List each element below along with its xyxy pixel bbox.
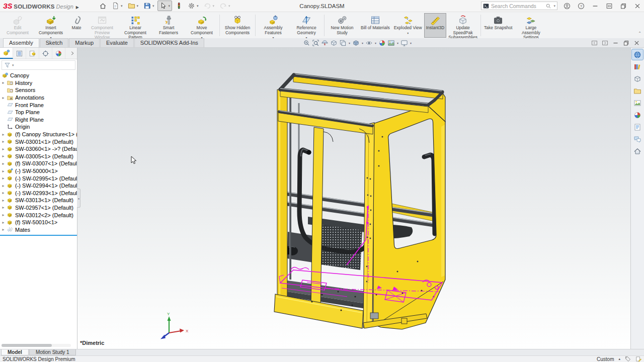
panel-tab-featuremanager-design-tree[interactable] [0, 48, 13, 59]
dropdown-caret-icon[interactable]: ▾ [375, 41, 376, 45]
dropdown-caret-icon[interactable]: ▾ [228, 4, 230, 8]
tree-item[interactable]: ▸History [0, 79, 77, 87]
3d-model-canopy[interactable]: Y X [77, 48, 630, 349]
tree-item[interactable]: ▸(-) SW-02994<1> (Default) [0, 182, 77, 190]
units-caret-icon[interactable]: ▴ [618, 357, 620, 361]
tree-item[interactable]: ▸SW-03012<2> (Default) [0, 211, 77, 219]
close-document-button[interactable] [633, 40, 640, 46]
panel-splitter-handle[interactable]: ◂ [77, 189, 80, 208]
expand-arrow-icon[interactable]: ▸ [0, 132, 7, 137]
home-button[interactable] [97, 1, 109, 11]
login-button[interactable] [564, 3, 571, 10]
ribbon-collapse-icon[interactable]: ⌃ [638, 31, 641, 36]
options-button[interactable]: ▾ [186, 1, 201, 11]
bottom-tab-model[interactable]: Model [1, 349, 29, 355]
ribbon-button-exploded-view[interactable]: Exploded View▾ [392, 13, 424, 38]
panel-tab-dimxpert-manager[interactable] [39, 48, 52, 59]
help-button[interactable]: ? [578, 3, 585, 10]
tree-item[interactable]: ▸(f) Canopy Structure<1> (Part2<A [0, 131, 77, 138]
minimize-window-button[interactable] [592, 3, 599, 10]
redo-button[interactable]: ▾ [217, 1, 232, 11]
ribbon-button-instant3d[interactable]: Instant3D [424, 13, 446, 38]
tree-item[interactable]: ▸SW-02957<1> (Default) [0, 204, 77, 212]
tree-item[interactable]: ▸AAnnotations [0, 94, 77, 102]
tree-item[interactable]: Top Plane [0, 109, 77, 116]
tree-item[interactable]: Sensors [0, 86, 77, 94]
search-caret-icon[interactable]: ▾ [553, 4, 555, 8]
dropdown-caret-icon[interactable]: ▾ [197, 4, 199, 8]
ribbon-button-mate[interactable]: Mate [67, 13, 86, 38]
expand-arrow-icon[interactable]: ▸ [0, 184, 7, 188]
display-style-button[interactable] [352, 39, 360, 47]
tree-horizontal-scrollbar[interactable] [2, 344, 71, 347]
expand-arrow-icon[interactable]: ▸ [0, 147, 7, 151]
ribbon-button-move-component[interactable]: Move Component▾ [185, 13, 218, 38]
zoom-to-area-button[interactable] [312, 39, 319, 47]
tree-item[interactable]: ▸(-) SW-02995<1> (Default) [0, 174, 77, 182]
tree-item[interactable]: ▸(-) SW-50000<1> [0, 167, 77, 175]
ribbon-button-show-hidden[interactable]: Show Hidden Components [221, 13, 254, 38]
restore-document-button[interactable] [623, 40, 629, 46]
expand-arrow-icon[interactable]: ▸ [0, 96, 7, 100]
taskpane-3d-content-button[interactable] [632, 73, 643, 84]
standard-views-button[interactable] [339, 39, 347, 47]
expand-arrow-icon[interactable]: ▸ [0, 191, 7, 195]
zoom-to-fit-button[interactable] [303, 39, 310, 47]
hide-show-items-button[interactable] [365, 39, 373, 47]
dropdown-caret-icon[interactable]: ▾ [121, 4, 123, 8]
taskpane-custom-properties-button[interactable] [632, 122, 643, 132]
edit-status-icon[interactable] [635, 356, 641, 362]
taskpane-design-library-button[interactable] [632, 61, 643, 72]
ribbon-button-assembly-features[interactable]: Assembly Features▾ [257, 13, 290, 38]
search-icon[interactable] [545, 3, 551, 9]
ribbon-button-linear-pattern[interactable]: Linear Component Pattern▾ [119, 13, 152, 38]
taskpane-file-explorer-button[interactable] [632, 85, 643, 96]
expand-arrow-icon[interactable]: ▸ [0, 213, 7, 217]
expand-arrow-icon[interactable]: ▸ [0, 154, 7, 158]
ribbon-button-reference-geometry[interactable]: Reference Geometry▾ [290, 13, 323, 38]
rollback-bar[interactable] [0, 235, 77, 236]
taskpane-view-palette-button[interactable] [632, 98, 643, 108]
save-button[interactable]: ▾ [141, 1, 156, 11]
bottom-tab-motion-study-1[interactable]: Motion Study 1 [29, 349, 76, 355]
tree-item[interactable]: ▸(f) SW-50010<1> [0, 219, 77, 226]
view-settings-button[interactable] [400, 39, 408, 47]
expand-arrow-icon[interactable]: ▸ [0, 227, 7, 232]
dropdown-caret-icon[interactable]: ▾ [410, 41, 412, 45]
dropdown-caret-icon[interactable]: ▾ [137, 4, 139, 8]
undo-button[interactable]: ▾ [202, 1, 217, 11]
dropdown-caret-icon[interactable]: ▾ [169, 4, 171, 8]
tree-item[interactable]: Origin [0, 123, 77, 131]
panel-tab-display-manager[interactable] [52, 48, 65, 59]
maximize-window-button[interactable] [606, 3, 613, 10]
tags-icon[interactable] [625, 356, 631, 362]
panel-tab-property-manager[interactable] [13, 48, 26, 59]
tree-item[interactable]: ▸SW-03060<1> ->? (Default) [0, 145, 77, 153]
next-document-button[interactable] [602, 40, 608, 46]
dropdown-caret-icon[interactable]: ▾ [213, 4, 215, 8]
search-scope-icon[interactable] [483, 3, 489, 9]
expand-arrow-icon[interactable]: ▸ [0, 139, 7, 144]
expand-arrow-icon[interactable]: ▸ [0, 198, 7, 203]
expand-arrow-icon[interactable]: ▸ [0, 80, 7, 85]
taskpane-solidworks-resources-button[interactable] [632, 49, 643, 60]
tree-item[interactable]: ▸(f) SW-03007<1> (Default) [0, 160, 77, 167]
tree-item[interactable]: ▸SW-03013<1> (Default) [0, 197, 77, 204]
taskpane-appearances-scenes-button[interactable] [632, 110, 643, 120]
minimize-document-button[interactable] [612, 40, 619, 46]
ribbon-button-snapshot[interactable]: Take Snapshot [482, 13, 514, 38]
filter-caret-icon[interactable]: ▾ [12, 63, 14, 67]
ribbon-button-bom[interactable]: Bill of Materials [359, 13, 392, 38]
tab-sketch[interactable]: Sketch [40, 38, 69, 47]
close-window-button[interactable] [634, 3, 641, 10]
taskpane-solidworks-forum-button[interactable] [632, 134, 643, 144]
filter-funnel-icon[interactable] [4, 62, 11, 68]
restore-window-button[interactable] [620, 3, 627, 10]
apply-scene-button[interactable] [387, 39, 395, 47]
dropdown-caret-icon[interactable]: ▾ [152, 4, 154, 8]
open-document-button[interactable]: ▾ [126, 1, 141, 11]
expand-arrow-icon[interactable]: ▸ [0, 220, 7, 225]
dropdown-caret-icon[interactable]: ▾ [407, 31, 409, 36]
dropdown-caret-icon[interactable]: ▾ [397, 41, 398, 45]
tree-item[interactable]: Canopy [0, 72, 77, 79]
